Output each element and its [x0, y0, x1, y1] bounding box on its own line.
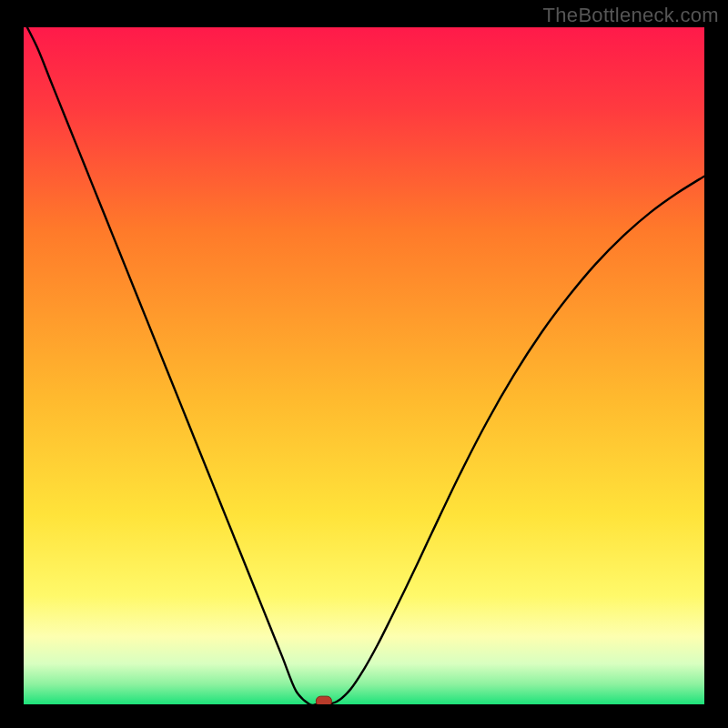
plot-area [24, 27, 704, 704]
chart-frame: TheBottleneck.com [0, 0, 728, 728]
chart-svg [24, 27, 704, 704]
gradient-background [24, 27, 704, 704]
watermark-text: TheBottleneck.com [543, 4, 719, 27]
curve-marker [316, 696, 331, 704]
